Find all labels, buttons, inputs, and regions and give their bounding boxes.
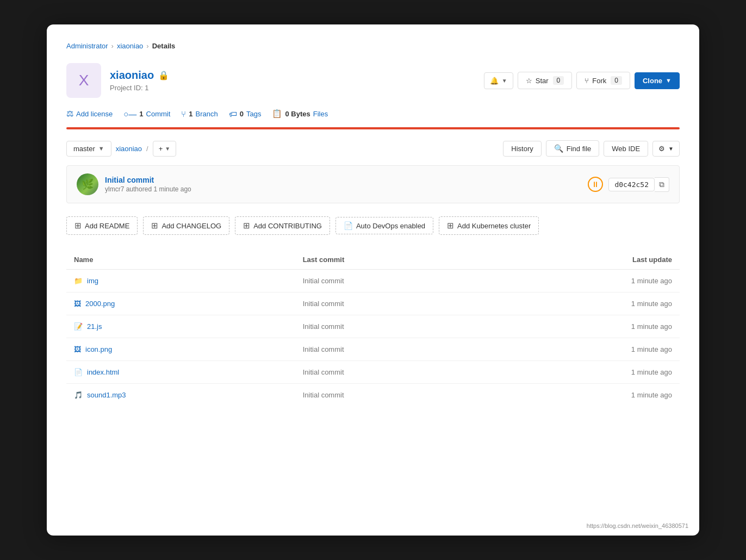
branches-stat[interactable]: ⑂ 1 Branch bbox=[181, 109, 217, 119]
last-commit-link[interactable]: Initial commit bbox=[303, 300, 344, 308]
add-contributing-label: Add CONTRIBUTING bbox=[253, 222, 322, 230]
fork-label: Fork bbox=[592, 77, 606, 85]
kubernetes-plus-icon: ⊞ bbox=[447, 221, 454, 231]
last-commit-cell: Initial commit bbox=[295, 315, 489, 338]
web-ide-button[interactable]: Web IDE bbox=[604, 141, 648, 157]
clone-chevron: ▼ bbox=[666, 77, 672, 84]
more-icon: ⚙ bbox=[658, 145, 665, 153]
file-name-text: index.html bbox=[87, 368, 119, 376]
file-type-icon: 📄 bbox=[74, 368, 83, 376]
last-update-cell: 1 minute ago bbox=[489, 293, 680, 315]
file-name-text: img bbox=[87, 277, 98, 285]
breadcrumb-sep-1: › bbox=[111, 42, 114, 50]
clone-button[interactable]: Clone ▼ bbox=[635, 72, 680, 89]
last-commit-cell: Initial commit bbox=[295, 384, 489, 407]
breadcrumb: Administrator › xiaoniao › Details bbox=[66, 42, 680, 50]
commit-avatar: 🌿 bbox=[77, 173, 98, 195]
fork-button[interactable]: ⑂ Fork 0 bbox=[576, 72, 630, 89]
file-name-link[interactable]: 📝 21.js bbox=[74, 322, 288, 331]
file-cell: 🖼 2000.png bbox=[66, 293, 295, 315]
file-name-link[interactable]: 🖼 2000.png bbox=[74, 300, 288, 308]
last-commit-cell: Initial commit bbox=[295, 361, 489, 384]
commit-title[interactable]: Initial commit bbox=[105, 176, 191, 184]
commits-count: 1 bbox=[139, 110, 143, 118]
add-kubernetes-button[interactable]: ⊞ Add Kubernetes cluster bbox=[439, 216, 539, 235]
repo-actions: 🔔 ▼ ☆ Star 0 ⑂ Fork 0 Clone ▼ bbox=[484, 72, 680, 89]
repo-name-section: xiaoniao 🔒 Project ID: 1 bbox=[110, 69, 169, 92]
commits-stat[interactable]: ○— 1 Commit bbox=[123, 109, 170, 119]
copy-hash-button[interactable]: ⧉ bbox=[655, 177, 669, 192]
footer-url: https://blog.csdn.net/weixin_46380571 bbox=[587, 522, 688, 529]
last-commit-link[interactable]: Initial commit bbox=[303, 345, 344, 353]
find-file-button[interactable]: 🔍 Find file bbox=[546, 140, 600, 157]
history-label: History bbox=[511, 145, 533, 153]
pipeline-status[interactable]: ⏸ bbox=[588, 177, 603, 192]
readme-plus-icon: ⊞ bbox=[74, 221, 82, 231]
add-license-item[interactable]: ⚖ Add license bbox=[66, 109, 113, 119]
repo-avatar: X bbox=[66, 63, 101, 98]
more-options-button[interactable]: ⚙ ▼ bbox=[652, 141, 680, 157]
branch-select[interactable]: master ▼ bbox=[66, 141, 111, 157]
commit-right: ⏸ d0c42c52 ⧉ bbox=[588, 177, 669, 192]
commit-meta: ylmcr7 authored 1 minute ago bbox=[105, 185, 191, 193]
bell-icon: 🔔 bbox=[490, 77, 499, 85]
breadcrumb-repo[interactable]: xiaoniao bbox=[117, 42, 143, 50]
file-type-icon: 🖼 bbox=[74, 300, 81, 308]
last-commit-link[interactable]: Initial commit bbox=[303, 277, 344, 285]
commit-hash-group: d0c42c52 ⧉ bbox=[608, 177, 669, 192]
add-readme-button[interactable]: ⊞ Add README bbox=[66, 216, 138, 235]
add-path-button[interactable]: + ▼ bbox=[153, 141, 177, 157]
star-button[interactable]: ☆ Star 0 bbox=[518, 72, 573, 89]
files-icon: 📋 bbox=[272, 109, 282, 119]
file-name-link[interactable]: 🎵 sound1.mp3 bbox=[74, 391, 288, 399]
last-commit-link[interactable]: Initial commit bbox=[303, 391, 344, 399]
file-cell: 📁 img bbox=[66, 270, 295, 293]
path-item[interactable]: xiaoniao bbox=[116, 145, 142, 153]
changelog-plus-icon: ⊞ bbox=[151, 221, 158, 231]
web-ide-label: Web IDE bbox=[612, 145, 640, 153]
find-file-label: Find file bbox=[567, 145, 592, 153]
clone-label: Clone bbox=[643, 77, 662, 85]
add-contributing-button[interactable]: ⊞ Add CONTRIBUTING bbox=[235, 216, 330, 235]
repo-name[interactable]: xiaoniao bbox=[110, 69, 154, 82]
file-name-link[interactable]: 📄 index.html bbox=[74, 368, 288, 376]
file-name-link[interactable]: 📁 img bbox=[74, 277, 288, 285]
auto-devops-label: Auto DevOps enabled bbox=[356, 222, 425, 230]
branch-chevron: ▼ bbox=[98, 145, 104, 152]
commit-left: 🌿 Initial commit ylmcr7 authored 1 minut… bbox=[77, 173, 191, 195]
path-sep: / bbox=[146, 145, 148, 153]
add-changelog-button[interactable]: ⊞ Add CHANGELOG bbox=[143, 216, 229, 235]
commit-author: ylmcr7 bbox=[105, 185, 124, 193]
contributing-plus-icon: ⊞ bbox=[243, 221, 250, 231]
license-icon: ⚖ bbox=[66, 109, 73, 119]
auto-devops-button[interactable]: 📄 Auto DevOps enabled bbox=[335, 217, 433, 234]
history-button[interactable]: History bbox=[503, 141, 541, 157]
repo-left: X xiaoniao 🔒 Project ID: 1 bbox=[66, 63, 169, 98]
star-count: 0 bbox=[553, 76, 564, 85]
file-cell: 🎵 sound1.mp3 bbox=[66, 384, 295, 407]
table-header-row: Name Last commit Last update bbox=[66, 250, 680, 270]
last-update-cell: 1 minute ago bbox=[489, 384, 680, 407]
commit-info: Initial commit ylmcr7 authored 1 minute … bbox=[105, 176, 191, 193]
branch-icon: ⑂ bbox=[181, 109, 186, 119]
more-chevron: ▼ bbox=[668, 146, 674, 152]
files-stat[interactable]: 📋 0 Bytes Files bbox=[272, 109, 328, 119]
last-commit-link[interactable]: Initial commit bbox=[303, 368, 344, 376]
branch-name: master bbox=[73, 145, 95, 153]
add-readme-label: Add README bbox=[85, 222, 129, 230]
tags-count: 0 bbox=[240, 110, 244, 118]
table-row: 📄 index.html Initial commit 1 minute ago bbox=[66, 361, 680, 384]
files-label: Files bbox=[313, 110, 328, 118]
notify-button[interactable]: 🔔 ▼ bbox=[484, 72, 513, 89]
file-name-link[interactable]: 🖼 icon.png bbox=[74, 345, 288, 353]
file-type-icon: 📁 bbox=[74, 277, 83, 285]
lock-icon: 🔒 bbox=[158, 70, 169, 80]
file-cell: 🖼 icon.png bbox=[66, 338, 295, 361]
commit-hash[interactable]: d0c42c52 bbox=[608, 178, 655, 191]
table-row: 🖼 icon.png Initial commit 1 minute ago bbox=[66, 338, 680, 361]
repo-header: X xiaoniao 🔒 Project ID: 1 🔔 ▼ ☆ Star 0 … bbox=[66, 63, 680, 98]
last-commit-link[interactable]: Initial commit bbox=[303, 322, 344, 331]
file-name-text: 21.js bbox=[87, 322, 102, 331]
breadcrumb-admin[interactable]: Administrator bbox=[66, 42, 108, 50]
tags-stat[interactable]: 🏷 0 Tags bbox=[229, 109, 262, 119]
